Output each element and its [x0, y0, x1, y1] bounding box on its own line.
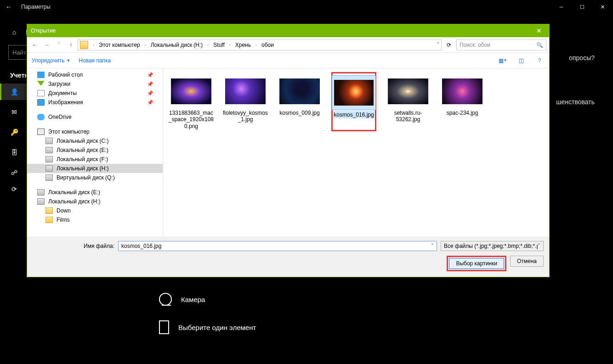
- chevron-right-icon: ›: [205, 43, 210, 47]
- tree-label: Изображения: [48, 99, 83, 106]
- nav-up-icon[interactable]: ↑: [66, 40, 76, 50]
- search-placeholder: Поиск: обои: [460, 42, 490, 48]
- file-tile[interactable]: 1331883663_mac_space_1920x1080.png: [169, 72, 214, 131]
- file-tile[interactable]: spac-234.jpg: [440, 72, 485, 131]
- tree-item-folder[interactable]: Down: [27, 206, 163, 215]
- minimize-button[interactable]: ─: [551, 0, 572, 14]
- drive-icon: [45, 147, 53, 153]
- thumbnail-wrap: [169, 74, 213, 109]
- camera-row[interactable]: Камера: [159, 293, 205, 306]
- element-icon: [159, 320, 169, 334]
- file-grid[interactable]: 1331883663_mac_space_1920x1080.png fiole…: [163, 68, 549, 237]
- work-icon: 🗄: [10, 149, 18, 156]
- tree-item-drive[interactable]: Локальный диск (H:): [27, 197, 163, 206]
- tree-label: Локальный диск (F:): [57, 156, 108, 162]
- doc-icon: [37, 90, 45, 96]
- tree-item-drive[interactable]: Локальный диск (H:): [27, 164, 163, 173]
- dialog-toolbar: Упорядочить ▼ Новая папка ▦ ▼ ◫ ?: [27, 53, 549, 68]
- tree-item-drive[interactable]: Локальный диск (C:): [27, 136, 163, 146]
- tree-item-onedrive[interactable]: OneDrive: [27, 112, 163, 122]
- file-type-label: Все файлы (*.jpg;*.jpeg;*.bmp;*.dib;*.p: [444, 243, 538, 249]
- tree-item-quick[interactable]: Изображения 📌: [27, 98, 163, 107]
- tree-label: Локальный диск (H:): [48, 198, 101, 205]
- tree-label: Рабочий стол: [48, 72, 83, 78]
- chevron-down-icon[interactable]: ˅: [437, 42, 439, 48]
- drive-icon: [45, 156, 53, 162]
- open-button-highlight: Выбор картинки: [447, 256, 506, 271]
- camera-icon: [159, 293, 172, 306]
- dialog-footer: Имя файла: kosmos_016.jpg ˅ Все файлы (*…: [27, 237, 549, 277]
- nav-recent-icon[interactable]: ˅: [54, 40, 64, 50]
- nav-forward-icon[interactable]: →: [42, 40, 52, 50]
- feedback-link[interactable]: шенствовать: [556, 98, 595, 106]
- chevron-right-icon: ›: [143, 43, 148, 47]
- tree-label: Локальный диск (E:): [48, 189, 100, 196]
- sync-icon: ⟳: [10, 185, 18, 193]
- breadcrumb-seg[interactable]: Stuff: [211, 41, 226, 49]
- pin-icon: 📌: [147, 81, 153, 87]
- dialog-title: Открытие: [31, 28, 533, 34]
- pin-icon: 📌: [147, 72, 153, 78]
- breadcrumb-seg[interactable]: Этот компьютер: [97, 41, 142, 49]
- tree-item-this-pc[interactable]: Этот компьютер: [27, 127, 163, 136]
- pic-icon: [37, 99, 45, 106]
- file-tile[interactable]: kosmos_009.jpg: [277, 72, 322, 131]
- view-mode-button[interactable]: ▦ ▼: [498, 56, 508, 66]
- open-button[interactable]: Выбор картинки: [449, 258, 504, 269]
- top-questions-link[interactable]: опросы?: [569, 54, 595, 62]
- pin-icon: 📌: [147, 100, 153, 106]
- folder-icon: [80, 41, 88, 49]
- file-open-dialog: Открытие ✕ ← → ˅ ↑ › Этот компьютер › Ло…: [27, 24, 550, 277]
- chevron-right-icon: ›: [254, 43, 259, 47]
- tree-label: OneDrive: [48, 114, 72, 120]
- filename-label: Имя файла:: [33, 243, 114, 249]
- tree-item-quick[interactable]: Документы 📌: [27, 89, 163, 98]
- folder-icon: [45, 207, 53, 214]
- breadcrumb-seg[interactable]: Локальный диск (H:): [149, 41, 205, 49]
- dialog-close-button[interactable]: ✕: [533, 27, 545, 34]
- tree-label: Down: [57, 207, 71, 214]
- file-tile[interactable]: fioletovyy_kosmos_1.jpg: [223, 72, 268, 131]
- thumbnail: [334, 80, 374, 106]
- tree-item-quick[interactable]: Рабочий стол 📌: [27, 70, 163, 79]
- file-tile[interactable]: setwalls.ru-53262.jpg: [386, 72, 431, 131]
- back-icon[interactable]: ←: [5, 3, 13, 11]
- cancel-button[interactable]: Отмена: [510, 256, 544, 267]
- breadcrumb-seg[interactable]: обои: [260, 41, 276, 49]
- tree-item-drive[interactable]: Локальный диск (E:): [27, 146, 163, 155]
- tree-item-drive[interactable]: Виртуальный диск (Q:): [27, 173, 163, 182]
- file-label: 1331883663_mac_space_1920x1080.png: [168, 110, 214, 129]
- person-icon: 👤: [10, 88, 18, 95]
- element-row[interactable]: Выберите один элемент: [159, 320, 256, 334]
- refresh-icon[interactable]: ⟳: [443, 39, 454, 50]
- tree-label: Films: [57, 217, 70, 223]
- organize-menu[interactable]: Упорядочить ▼: [32, 57, 70, 64]
- filename-input[interactable]: kosmos_016.jpg ˅: [118, 241, 437, 251]
- file-label: spac-234.jpg: [447, 110, 478, 116]
- close-button[interactable]: ✕: [592, 0, 613, 14]
- navigation-tree[interactable]: Рабочий стол 📌 Загрузки 📌 Документы 📌 Из…: [27, 68, 163, 237]
- nav-back-icon[interactable]: ←: [30, 40, 40, 50]
- file-label: setwalls.ru-53262.jpg: [387, 110, 429, 123]
- breadcrumb-seg[interactable]: Хрень: [233, 41, 253, 49]
- help-icon[interactable]: ?: [534, 56, 545, 66]
- file-tile[interactable]: kosmos_016.jpg: [331, 72, 376, 131]
- tree-item-folder[interactable]: Films: [27, 215, 163, 224]
- family-icon: ☍: [10, 169, 18, 176]
- thumbnail: [171, 78, 211, 104]
- file-type-select[interactable]: Все файлы (*.jpg;*.jpeg;*.bmp;*.dib;*.p …: [441, 241, 544, 251]
- maximize-button[interactable]: ☐: [572, 0, 592, 14]
- preview-pane-button[interactable]: ◫: [516, 56, 526, 66]
- thumbnail-wrap: [278, 74, 322, 109]
- chevron-down-icon[interactable]: ˅: [431, 243, 434, 249]
- tree-item-drive[interactable]: Локальный диск (F:): [27, 155, 163, 164]
- file-label: kosmos_009.jpg: [279, 110, 319, 116]
- tree-item-quick[interactable]: Загрузки 📌: [27, 79, 163, 89]
- tree-item-drive[interactable]: Локальный диск (E:): [27, 188, 163, 197]
- settings-title: Параметры: [21, 4, 51, 10]
- new-folder-button[interactable]: Новая папка: [79, 57, 111, 64]
- breadcrumb[interactable]: › Этот компьютер › Локальный диск (H:) ›…: [78, 39, 442, 50]
- chevron-down-icon: ˅: [538, 243, 540, 249]
- dialog-titlebar: Открытие ✕: [27, 24, 549, 37]
- dialog-search-input[interactable]: Поиск: обои 🔍: [456, 39, 546, 50]
